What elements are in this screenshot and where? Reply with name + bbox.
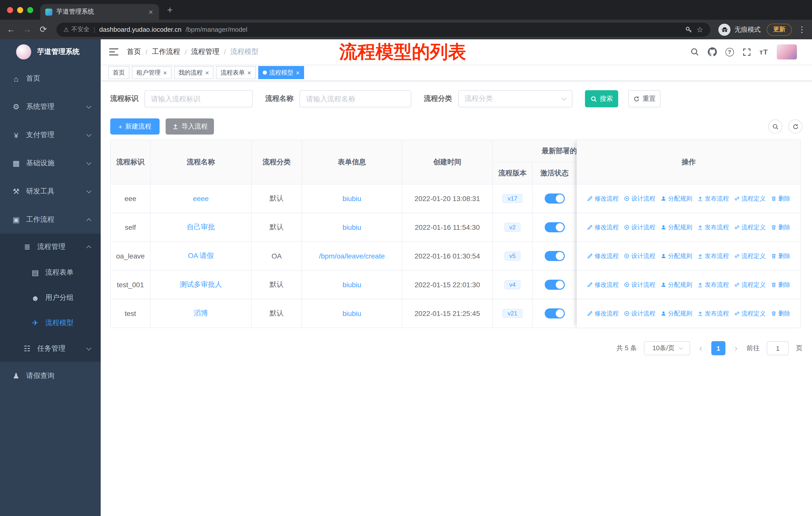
action-assign-rule[interactable]: 分配规则 [661,280,692,289]
window-minimize-button[interactable] [17,7,23,13]
bookmark-star-icon[interactable]: ☆ [696,25,703,34]
fullscreen-icon[interactable] [742,48,751,56]
new-tab-button[interactable]: + [167,4,173,16]
action-edit-process[interactable]: 修改流程 [587,194,619,203]
tag-process-form[interactable]: 流程表单 × [216,66,256,79]
close-icon[interactable]: × [247,69,251,76]
sidebar-item-home[interactable]: ⌂ 首页 [0,64,101,93]
breadcrumb-home[interactable]: 首页 [127,47,141,56]
reset-button[interactable]: 重置 [628,90,661,107]
action-edit-process[interactable]: 修改流程 [587,280,619,289]
browser-update-button[interactable]: 更新 [767,23,792,35]
process-name-link[interactable]: 自己审批 [187,223,215,232]
search-icon[interactable] [690,47,699,56]
tag-process-model[interactable]: 流程模型 × [258,66,304,79]
action-assign-rule[interactable]: 分配规则 [661,223,692,232]
action-assign-rule[interactable]: 分配规则 [661,252,692,260]
active-toggle[interactable] [545,280,564,290]
help-icon[interactable]: ? [725,48,734,56]
action-publish-process[interactable]: 发布流程 [697,309,729,318]
sidebar-item-devtools[interactable]: ⚒ 研发工具 [0,178,101,206]
action-process-definition[interactable]: 流程定义 [734,309,766,318]
browser-menu-icon[interactable]: ⋮ [798,25,806,34]
active-toggle[interactable] [545,251,564,261]
tag-my-process[interactable]: 我的流程 × [174,66,213,79]
create-process-button[interactable]: + 新建流程 [110,118,160,135]
prev-page-button[interactable]: ‹ [697,343,704,353]
action-process-definition[interactable]: 流程定义 [734,280,766,289]
active-toggle[interactable] [545,308,564,319]
action-publish-process[interactable]: 发布流程 [697,280,729,289]
window-close-button[interactable] [7,7,13,13]
action-design-process[interactable]: 设计流程 [624,252,656,260]
address-bar[interactable]: ⚠ 不安全 | dashboard.yudao.iocoder.cn/bpm/m… [56,22,710,36]
tab-close-icon[interactable]: × [147,7,154,16]
action-publish-process[interactable]: 发布流程 [697,223,729,232]
action-process-definition[interactable]: 流程定义 [734,252,766,260]
window-zoom-button[interactable] [27,7,33,13]
password-key-icon[interactable] [685,25,692,33]
goto-page-input[interactable] [767,341,789,355]
github-icon[interactable] [707,47,717,56]
action-process-definition[interactable]: 流程定义 [734,223,766,232]
page-size-select[interactable]: 10条/页 [644,341,690,355]
process-name-link[interactable]: eeee [193,194,209,202]
close-icon[interactable]: × [296,69,300,76]
sidebar-item-process-form[interactable]: ▤ 流程表单 [0,260,101,285]
form-info-link[interactable]: /bpm/oa/leave/create [319,252,385,260]
page-number-1[interactable]: 1 [711,341,725,355]
import-process-button[interactable]: 导入流程 [166,118,214,135]
back-icon[interactable]: ← [6,24,16,34]
active-toggle[interactable] [545,193,564,203]
toggle-search-icon[interactable] [768,119,782,134]
action-delete[interactable]: 删除 [771,309,790,318]
process-name-link[interactable]: 测试多审批人 [180,280,222,289]
action-edit-process[interactable]: 修改流程 [587,223,619,232]
refresh-icon[interactable] [788,119,803,134]
sidebar-item-infrastructure[interactable]: ▦ 基础设施 [0,149,101,178]
reload-icon[interactable]: ⟳ [38,24,48,35]
action-process-definition[interactable]: 流程定义 [734,194,766,203]
process-name-link[interactable]: 滔博 [194,309,208,318]
action-design-process[interactable]: 设计流程 [624,280,656,289]
form-info-link[interactable]: biubiu [343,194,361,202]
next-page-button[interactable]: › [732,343,740,353]
sidebar-item-workflow[interactable]: ▣ 工作流程 [0,206,101,234]
action-edit-process[interactable]: 修改流程 [587,252,619,260]
action-assign-rule[interactable]: 分配规则 [661,309,692,318]
search-button[interactable]: 搜索 [585,90,618,107]
action-delete[interactable]: 删除 [771,280,790,289]
sidebar-item-user-group[interactable]: ☻ 用户分组 [0,285,101,310]
sidebar-item-process-model[interactable]: ✈ 流程模型 [0,310,101,335]
close-icon[interactable]: × [205,69,209,76]
process-id-input[interactable] [144,90,253,107]
action-delete[interactable]: 删除 [771,252,790,260]
action-edit-process[interactable]: 修改流程 [587,309,619,318]
tag-tenant-management[interactable]: 租户管理 × [132,66,171,79]
form-info-link[interactable]: biubiu [343,281,361,289]
user-avatar[interactable] [777,44,797,59]
form-info-link[interactable]: biubiu [343,309,361,318]
action-design-process[interactable]: 设计流程 [624,194,656,203]
tag-home[interactable]: 首页 [108,66,129,79]
sidebar-item-task-management[interactable]: ☷ 任务管理 [0,335,101,362]
process-name-input[interactable] [299,90,411,107]
security-warning[interactable]: ⚠ 不安全 [63,25,90,34]
action-design-process[interactable]: 设计流程 [624,309,656,318]
action-delete[interactable]: 删除 [771,194,790,203]
sidebar-item-system-management[interactable]: ⚙ 系统管理 [0,93,101,121]
action-publish-process[interactable]: 发布流程 [697,194,729,203]
action-assign-rule[interactable]: 分配规则 [661,194,692,203]
form-info-link[interactable]: biubiu [343,223,361,231]
action-delete[interactable]: 删除 [771,223,790,232]
hamburger-icon[interactable] [109,48,119,56]
action-design-process[interactable]: 设计流程 [624,223,656,232]
breadcrumb-workflow[interactable]: 工作流程 [152,47,180,56]
sidebar-item-process-management[interactable]: ≣ 流程管理 [0,234,101,260]
action-publish-process[interactable]: 发布流程 [697,252,729,260]
process-category-select[interactable]: 流程分类 [458,90,572,107]
breadcrumb-process-management[interactable]: 流程管理 [191,47,220,56]
browser-tab[interactable]: 芋道管理系统 × [40,4,159,20]
close-icon[interactable]: × [163,69,167,76]
sidebar-item-payment-management[interactable]: ¥ 支付管理 [0,121,101,149]
